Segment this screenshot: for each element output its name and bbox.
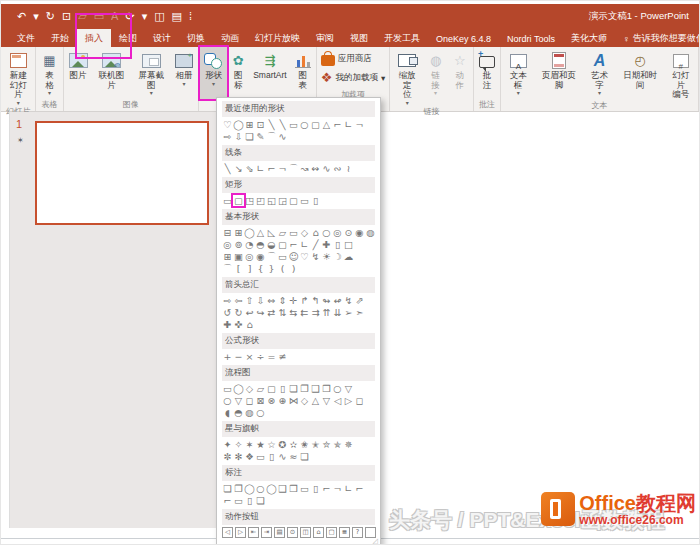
ribbon-button-table[interactable]: ▦表格▾	[37, 47, 61, 99]
shape-icon[interactable]: ✧	[233, 439, 244, 450]
ribbon-button-chart[interactable]: 图表	[291, 47, 315, 99]
shape-icon[interactable]: ▭	[255, 451, 266, 462]
shape-icon[interactable]: ¬	[354, 119, 365, 130]
shape-icon[interactable]: ∿	[277, 131, 288, 142]
shape-icon[interactable]: ◉	[255, 251, 266, 262]
shape-icon[interactable]: ▭	[222, 383, 233, 394]
shape-icon[interactable]: ❑	[277, 483, 288, 494]
shape-icon[interactable]: ⌒	[288, 163, 299, 174]
shape-icon[interactable]: ¬	[332, 483, 343, 494]
shape-icon[interactable]: ⌒	[266, 251, 277, 262]
shape-icon[interactable]: ⊗	[266, 395, 277, 406]
shape-icon[interactable]: ○	[299, 119, 310, 130]
redo-icon[interactable]: ↻	[46, 8, 55, 24]
shape-icon[interactable]: ◻	[244, 395, 255, 406]
shape-icon[interactable]: ⇗	[354, 295, 365, 306]
shape-icon[interactable]: ◇	[244, 383, 255, 394]
shape-icon[interactable]: ⇥	[261, 527, 272, 538]
shape-icon[interactable]: ⇩	[255, 295, 266, 306]
tab-file[interactable]: 文件	[9, 29, 43, 47]
tab-design[interactable]: 设计	[145, 29, 179, 47]
shape-icon[interactable]: ⇘	[244, 163, 255, 174]
shape-icon[interactable]: ✼	[222, 451, 233, 462]
shape-icon[interactable]: ☆	[266, 439, 277, 450]
shape-icon[interactable]: ⌂	[244, 319, 255, 330]
shape-icon[interactable]: ⊞	[222, 251, 233, 262]
shape-icon[interactable]: ◫	[300, 527, 311, 538]
shape-icon[interactable]: ╱	[310, 239, 321, 250]
shape-icon[interactable]: ⊕	[277, 395, 288, 406]
slide-thumbnail[interactable]	[35, 121, 209, 225]
shape-icon[interactable]: ◉	[354, 227, 365, 238]
tab-transitions[interactable]: 切换	[179, 29, 213, 47]
shape-icon[interactable]: ▭	[288, 119, 299, 130]
shape-icon[interactable]: ✜	[233, 319, 244, 330]
shape-icon[interactable]: ▯	[277, 383, 288, 394]
shape-icon[interactable]: ÷	[255, 351, 266, 362]
shape-icon[interactable]: ?	[352, 527, 363, 538]
shape-icon[interactable]: ◰	[255, 195, 266, 206]
ribbon-button-screenshot[interactable]: 屏幕截图▾	[131, 47, 171, 99]
open-icon[interactable]: ▤	[172, 8, 182, 24]
shape-icon[interactable]: ✬	[299, 439, 310, 450]
shape-icon[interactable]: ▢	[310, 119, 321, 130]
tab-slideshow[interactable]: 幻灯片放映	[247, 29, 308, 47]
shape-icon[interactable]: ↯	[310, 251, 321, 262]
shape-icon[interactable]: ≀	[343, 163, 354, 174]
shape-icon[interactable]: ◳	[244, 195, 255, 206]
shape-icon[interactable]: ▭	[222, 195, 233, 206]
shape-icon[interactable]: ❑	[310, 383, 321, 394]
tab-tellme[interactable]: ♀告诉我你想要做什么	[615, 29, 700, 47]
shape-icon[interactable]: ♡	[299, 251, 310, 262]
shape-icon[interactable]: ❐	[233, 483, 244, 494]
shape-icon[interactable]: ⇉	[310, 307, 321, 318]
shape-icon[interactable]: ☺	[288, 251, 299, 262]
shape-icon[interactable]: ▢	[277, 239, 288, 250]
shape-icon[interactable]: ▱	[255, 383, 266, 394]
shape-icon[interactable]: ⇇	[299, 307, 310, 318]
shape-icon[interactable]: ✚	[222, 319, 233, 330]
undo-icon[interactable]: ↶	[17, 8, 26, 24]
ribbon-button-header-footer[interactable]: 页眉和页脚	[535, 47, 584, 100]
shape-icon[interactable]: ↬	[321, 295, 332, 306]
shape-icon[interactable]: ◻	[354, 395, 365, 406]
shape-icon[interactable]: ▢	[233, 195, 244, 206]
shape-icon[interactable]: ▽	[321, 395, 332, 406]
shape-icon[interactable]: [	[233, 263, 244, 274]
shape-icon[interactable]: ⌐	[321, 483, 332, 494]
shape-icon[interactable]: ❒	[288, 483, 299, 494]
shape-icon[interactable]: ✶	[244, 439, 255, 450]
shape-icon[interactable]: ◖	[222, 407, 233, 418]
shape-icon[interactable]: ◁	[332, 395, 343, 406]
shape-icon[interactable]: ⌐	[332, 119, 343, 130]
undo-dropdown-icon[interactable]: ▾	[33, 8, 39, 24]
shape-icon[interactable]: ╲	[222, 163, 233, 174]
shape-icon[interactable]: ╲	[266, 119, 277, 130]
shape-icon[interactable]: ∿	[277, 451, 288, 462]
shape-icon[interactable]: ∾	[332, 163, 343, 174]
shape-icon[interactable]: =	[266, 351, 277, 362]
shape-icon[interactable]: ◲	[277, 195, 288, 206]
shape-icon[interactable]: ⇄	[266, 307, 277, 318]
shape-tool-dropdown-icon[interactable]: ▾	[142, 8, 148, 24]
shape-icon[interactable]: ▷	[343, 395, 354, 406]
shape-icon[interactable]: ]	[244, 263, 255, 274]
shape-icon[interactable]: ◎	[244, 251, 255, 262]
shape-icon[interactable]: ↱	[299, 295, 310, 306]
shape-icon[interactable]: ▯	[310, 483, 321, 494]
shape-icon[interactable]: ✛	[288, 295, 299, 306]
shape-icon[interactable]: ☁	[343, 251, 354, 262]
shape-icon[interactable]: ⌂	[313, 527, 324, 538]
shape-icon[interactable]: ↰	[310, 295, 321, 306]
shape-icon[interactable]: ◯	[233, 119, 244, 130]
shape-icon[interactable]: ◔	[244, 239, 255, 250]
shape-icon[interactable]: ▢	[266, 383, 277, 394]
shape-icon[interactable]: ✫	[288, 439, 299, 450]
shape-icon[interactable]: ★	[255, 439, 266, 450]
shape-icon[interactable]: ⌒	[222, 263, 233, 274]
shape-icon[interactable]: ❏	[299, 451, 310, 462]
shape-icon[interactable]: ◇	[299, 395, 310, 406]
shape-icon[interactable]: ⊟	[222, 227, 233, 238]
shape-icon[interactable]: ∿	[321, 163, 332, 174]
ribbon-button-icons[interactable]: ✿图标	[227, 47, 249, 99]
